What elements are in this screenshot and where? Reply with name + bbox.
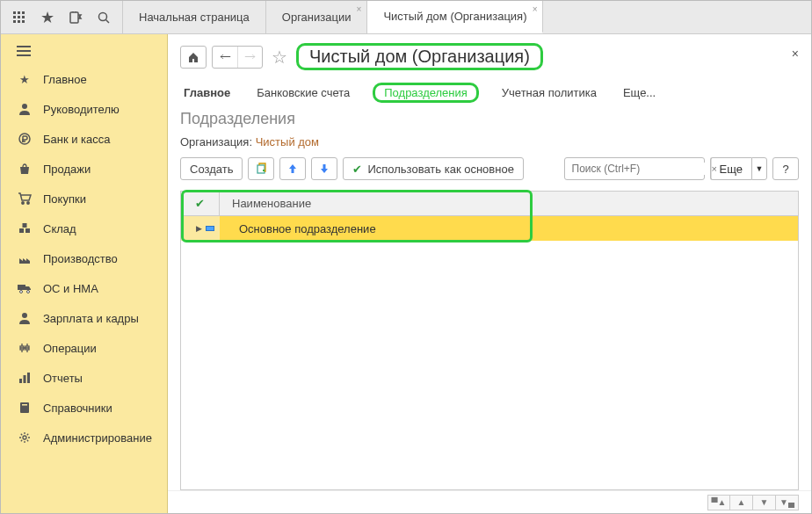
more-button[interactable]: Еще ▼ bbox=[710, 157, 767, 180]
close-icon[interactable]: × bbox=[357, 4, 362, 14]
sidebar-item-label: Производство bbox=[43, 252, 118, 265]
chart-icon bbox=[17, 370, 33, 386]
scroll-bottom-icon[interactable]: ▼▄ bbox=[776, 495, 799, 510]
svg-line-11 bbox=[106, 19, 110, 23]
svg-rect-9 bbox=[70, 12, 78, 23]
sidebar-item-label: Отчеты bbox=[43, 372, 83, 385]
top-tabs: Начальная страница Организации × Чистый … bbox=[123, 1, 543, 33]
sidebar-item-main[interactable]: ★ Главное bbox=[1, 64, 167, 94]
subtabs: Главное Банковские счета Подразделения У… bbox=[180, 83, 799, 103]
subtab-bank-accounts[interactable]: Банковские счета bbox=[253, 84, 353, 101]
nav-back-forward: 🡐 🡒 bbox=[212, 46, 263, 69]
svg-rect-12 bbox=[17, 46, 31, 47]
search-field[interactable]: × bbox=[564, 157, 705, 180]
use-as-main-button[interactable]: ✔ Использовать как основное bbox=[343, 157, 523, 180]
book-icon bbox=[17, 400, 33, 416]
sidebar-item-label: Склад bbox=[43, 222, 76, 235]
scroll-top-icon[interactable]: ▀▲ bbox=[707, 495, 730, 510]
sidebar-item-label: ОС и НМА bbox=[43, 282, 98, 295]
svg-rect-6 bbox=[13, 20, 16, 23]
sidebar-item-label: Продажи bbox=[43, 163, 91, 176]
sidebar-item-purchases[interactable]: Покупки bbox=[1, 184, 167, 214]
close-icon[interactable]: × bbox=[792, 47, 799, 61]
subtab-divisions[interactable]: Подразделения bbox=[373, 83, 479, 103]
sidebar-item-sales[interactable]: Продажи bbox=[1, 154, 167, 184]
scroll-down-icon[interactable]: ▼ bbox=[753, 495, 776, 510]
table-footer-nav: ▀▲ ▲ ▼ ▼▄ bbox=[168, 490, 811, 513]
table-row[interactable]: ▶ Основное подразделение bbox=[181, 216, 798, 241]
svg-point-23 bbox=[20, 291, 23, 293]
svg-rect-28 bbox=[19, 379, 22, 383]
truck-icon bbox=[17, 280, 33, 296]
move-up-button[interactable] bbox=[279, 157, 306, 180]
svg-rect-31 bbox=[20, 402, 29, 413]
column-check[interactable]: ✔ bbox=[181, 192, 220, 215]
sidebar-item-manager[interactable]: Руководителю bbox=[1, 94, 167, 124]
subtab-accounting-policy[interactable]: Учетная политика bbox=[498, 84, 600, 101]
svg-point-24 bbox=[27, 291, 30, 293]
content: × 🡐 🡒 ☆ Чистый дом (Организация) Главное… bbox=[168, 34, 811, 513]
row-gutter: ▶ bbox=[181, 216, 220, 241]
organization-link[interactable]: Чистый дом bbox=[256, 135, 319, 148]
gear-icon bbox=[17, 430, 33, 445]
tab-home[interactable]: Начальная страница bbox=[123, 1, 266, 33]
sidebar-item-label: Банк и касса bbox=[43, 133, 111, 146]
ruble-icon bbox=[17, 131, 33, 147]
sidebar-item-operations[interactable]: Операции bbox=[1, 333, 167, 363]
person-solid-icon bbox=[17, 310, 33, 326]
factory-icon bbox=[17, 250, 33, 266]
svg-rect-0 bbox=[13, 11, 16, 14]
subtab-more[interactable]: Еще... bbox=[620, 84, 659, 101]
body: ★ Главное Руководителю Банк и касса Прод… bbox=[1, 34, 811, 513]
copy-button[interactable] bbox=[248, 157, 274, 180]
create-button[interactable]: Создать bbox=[180, 157, 243, 180]
sidebar-item-hr[interactable]: Зарплата и кадры bbox=[1, 303, 167, 333]
tab-organization-detail[interactable]: Чистый дом (Организация) × bbox=[367, 1, 543, 33]
apps-grid-icon[interactable] bbox=[11, 10, 27, 25]
expand-icon[interactable]: ▶ bbox=[196, 224, 202, 233]
organization-line: Организация: Чистый дом bbox=[180, 135, 799, 148]
search-icon[interactable] bbox=[96, 10, 112, 25]
search-input[interactable] bbox=[565, 163, 711, 175]
sidebar-toggle[interactable] bbox=[1, 38, 167, 64]
star-icon: ★ bbox=[17, 71, 33, 87]
subtab-main[interactable]: Главное bbox=[180, 84, 234, 101]
svg-rect-1 bbox=[18, 11, 20, 14]
tab-label: Организации bbox=[282, 11, 352, 24]
tab-label: Начальная страница bbox=[139, 11, 250, 24]
svg-rect-4 bbox=[18, 16, 20, 18]
operations-icon bbox=[17, 340, 33, 356]
move-down-button[interactable] bbox=[311, 157, 337, 180]
help-button[interactable]: ? bbox=[772, 157, 799, 180]
table-header: ✔ Наименование bbox=[181, 192, 798, 216]
svg-rect-2 bbox=[22, 11, 25, 14]
star-icon[interactable]: ★ bbox=[40, 10, 55, 25]
back-button[interactable]: 🡐 bbox=[213, 47, 237, 68]
svg-point-15 bbox=[22, 104, 27, 109]
content-header: × 🡐 🡒 ☆ Чистый дом (Организация) Главное… bbox=[168, 34, 811, 180]
svg-rect-8 bbox=[22, 20, 25, 23]
sidebar-item-warehouse[interactable]: Склад bbox=[1, 214, 167, 243]
sidebar-item-assets[interactable]: ОС и НМА bbox=[1, 273, 167, 303]
sidebar-item-bank[interactable]: Банк и касса bbox=[1, 124, 167, 154]
bag-icon bbox=[17, 161, 33, 177]
home-button[interactable] bbox=[180, 46, 207, 69]
scroll-up-icon[interactable]: ▲ bbox=[730, 495, 753, 510]
tab-organizations[interactable]: Организации × bbox=[266, 1, 368, 33]
top-icon-group: ★ bbox=[1, 1, 123, 33]
forward-button[interactable]: 🡒 bbox=[237, 47, 262, 68]
sidebar-item-admin[interactable]: Администрирование bbox=[1, 423, 167, 452]
history-icon[interactable] bbox=[68, 10, 83, 25]
sidebar-item-reports[interactable]: Отчеты bbox=[1, 363, 167, 393]
table-body: ▶ Основное подразделение bbox=[181, 216, 798, 489]
svg-rect-29 bbox=[24, 375, 26, 383]
person-icon bbox=[17, 101, 33, 117]
sidebar-item-catalogs[interactable]: Справочники bbox=[1, 393, 167, 423]
sidebar-item-production[interactable]: Производство bbox=[1, 243, 167, 273]
close-icon[interactable]: × bbox=[533, 4, 538, 14]
svg-rect-20 bbox=[25, 228, 30, 233]
column-name[interactable]: Наименование bbox=[220, 197, 798, 210]
sidebar-item-label: Справочники bbox=[43, 402, 112, 415]
chevron-down-icon[interactable]: ▼ bbox=[751, 157, 767, 180]
favorite-star-icon[interactable]: ☆ bbox=[272, 47, 287, 68]
